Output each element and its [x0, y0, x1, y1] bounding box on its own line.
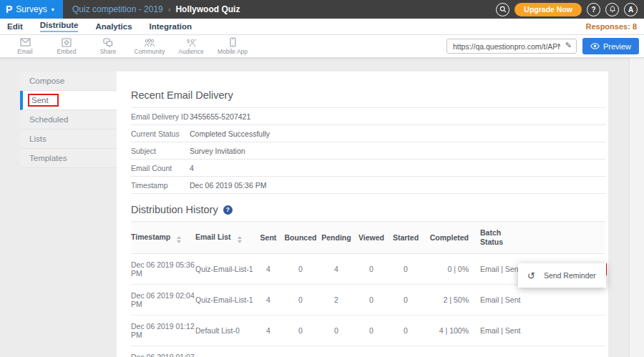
distribute-toolbar: Email Embed Share Community $ Audience M… [0, 35, 644, 58]
cell-email-list: Default List-0 [195, 316, 254, 346]
notifications-button[interactable] [605, 3, 619, 16]
cell-bounced: 0 [283, 316, 318, 346]
toolbar-item-label: Email [17, 48, 32, 55]
questionpro-logo-icon: P [6, 4, 12, 14]
column-header-sent: Sent [254, 222, 283, 254]
eye-icon [590, 43, 600, 49]
cell-timestamp: Dec 06 2019 01:07 PM [131, 346, 195, 357]
audience-icon: $ [185, 37, 197, 47]
toolbar-item-mobile-app[interactable]: Mobile App [212, 37, 253, 55]
send-reminder-icon: ↺ [527, 271, 535, 280]
svg-text:$: $ [187, 38, 190, 44]
tab-integration[interactable]: Integration [150, 22, 192, 31]
tab-distribute[interactable]: Distribute [40, 21, 79, 32]
tab-edit[interactable]: Edit [7, 22, 23, 31]
preview-button-label: Preview [603, 42, 631, 51]
sidebar-item-lists[interactable]: Lists [20, 129, 117, 149]
sort-icon[interactable] [238, 236, 242, 243]
detail-row: Email Delivery ID 3455655-5207421 [131, 108, 605, 125]
responses-count[interactable]: Responses: 8 [585, 22, 637, 31]
cell-viewed: 0 [354, 285, 389, 316]
toolbar-item-community[interactable]: Community [129, 37, 170, 55]
detail-label: Timestamp [131, 181, 190, 190]
edit-url-icon[interactable]: ✎ [565, 41, 572, 50]
share-icon [103, 37, 114, 47]
column-header-timestamp[interactable]: Timestamp [131, 222, 195, 254]
toolbar-item-label: Audience [178, 48, 203, 55]
detail-value: 3455655-5207421 [190, 112, 250, 121]
cell-bounced: 0 [283, 346, 318, 357]
cell-bounced: 0 [283, 285, 318, 316]
cell-pending: 4 [318, 254, 354, 285]
help-button[interactable]: ? [587, 3, 600, 16]
cell-email-list: Quiz-Email-List-1 [195, 254, 254, 285]
cell-batch-status: Email | Sent [469, 285, 540, 316]
content-card: Recent Email Delivery Email Delivery ID … [117, 72, 608, 357]
preview-button[interactable]: Preview [582, 38, 639, 54]
toolbar-item-email[interactable]: Email [4, 37, 46, 55]
sidebar-item-label: Templates [29, 154, 67, 162]
table-row: Dec 06 2019 01:12 PM Default List-0 4 0 … [131, 316, 605, 346]
embed-icon [62, 37, 72, 47]
detail-row: Subject Survey Invitation [131, 142, 605, 160]
annotation-red-box: Sent [29, 95, 57, 105]
distribution-history-table: Timestamp Email List Sent Bounced Pendin… [131, 221, 605, 357]
scrollbar-track[interactable] [629, 58, 644, 357]
cell-pending: 0 [318, 316, 354, 346]
detail-label: Current Status [131, 129, 190, 138]
recent-email-delivery-title: Recent Email Delivery [131, 72, 605, 101]
cell-actions [540, 346, 605, 357]
column-header-email-list[interactable]: Email List [195, 222, 254, 254]
survey-url-input[interactable] [447, 39, 577, 54]
survey-url-wrap: ✎ [447, 39, 577, 54]
surveys-menu-label: Surveys [16, 4, 47, 14]
column-header-bounced: Bounced [283, 222, 318, 254]
distribute-sidebar: Compose Sent Scheduled Lists Templates [20, 72, 117, 168]
sidebar-item-compose[interactable]: Compose [20, 72, 117, 91]
column-header-batch-status: Batch Status [469, 222, 540, 254]
sort-icon[interactable] [177, 236, 181, 243]
breadcrumb-separator: › [168, 5, 171, 14]
detail-label: Subject [131, 147, 190, 155]
breadcrumb-current: Hollywood Quiz [175, 4, 240, 14]
toolbar-item-audience[interactable]: $ Audience [170, 37, 212, 55]
help-icon[interactable]: ? [223, 205, 233, 215]
account-avatar[interactable]: A [624, 3, 638, 16]
toolbar-item-share[interactable]: Share [87, 37, 129, 55]
sidebar-item-scheduled[interactable]: Scheduled [20, 110, 117, 129]
sidebar-item-sent[interactable]: Sent [20, 91, 117, 110]
send-reminder-menu-item[interactable]: Send Reminder [544, 271, 596, 280]
cell-started: 0 [389, 254, 423, 285]
column-header-started: Started [389, 222, 423, 254]
mobile-app-icon [230, 37, 236, 47]
toolbar-item-embed[interactable]: Embed [46, 37, 87, 55]
breadcrumb-parent[interactable]: Quiz competition - 2019 [72, 4, 163, 14]
cell-sent: 4 [254, 316, 283, 346]
cell-actions [540, 285, 605, 316]
cell-viewed: 0 [354, 254, 389, 285]
upgrade-now-button[interactable]: Upgrade Now [514, 3, 582, 16]
distribution-history-header: Distribution History ? [131, 204, 605, 215]
toolbar-item-label: Embed [57, 48, 77, 55]
detail-row: Current Status Completed Successfully [131, 125, 605, 142]
detail-value: Completed Successfully [190, 129, 270, 138]
detail-label: Email Count [131, 164, 190, 172]
cell-viewed: 0 [354, 316, 389, 346]
detail-value: 4 [190, 164, 194, 172]
sidebar-item-templates[interactable]: Templates [20, 149, 117, 168]
cell-sent: 4 [254, 285, 283, 316]
search-button[interactable] [496, 3, 509, 16]
cell-started: 0 [389, 346, 423, 357]
cell-completed: 4 | 100% [423, 316, 469, 346]
tab-analytics[interactable]: Analytics [95, 22, 132, 31]
delivery-details-table: Email Delivery ID 3455655-5207421 Curren… [131, 107, 605, 194]
distribution-history-title: Distribution History [131, 204, 218, 215]
cell-completed: 0 | 0% [423, 254, 469, 285]
cell-timestamp: Dec 06 2019 02:04 PM [131, 285, 195, 316]
toolbar-item-label: Share [100, 48, 117, 55]
table-row: Dec 06 2019 01:07 PM Default List-0 2 0 … [131, 346, 605, 357]
cell-pending: 1 [318, 346, 354, 357]
surveys-menu[interactable]: P Surveys ▾ [0, 0, 63, 19]
column-header-actions [540, 222, 605, 254]
table-row: Dec 06 2019 02:04 PM Quiz-Email-List-1 4… [131, 285, 605, 316]
